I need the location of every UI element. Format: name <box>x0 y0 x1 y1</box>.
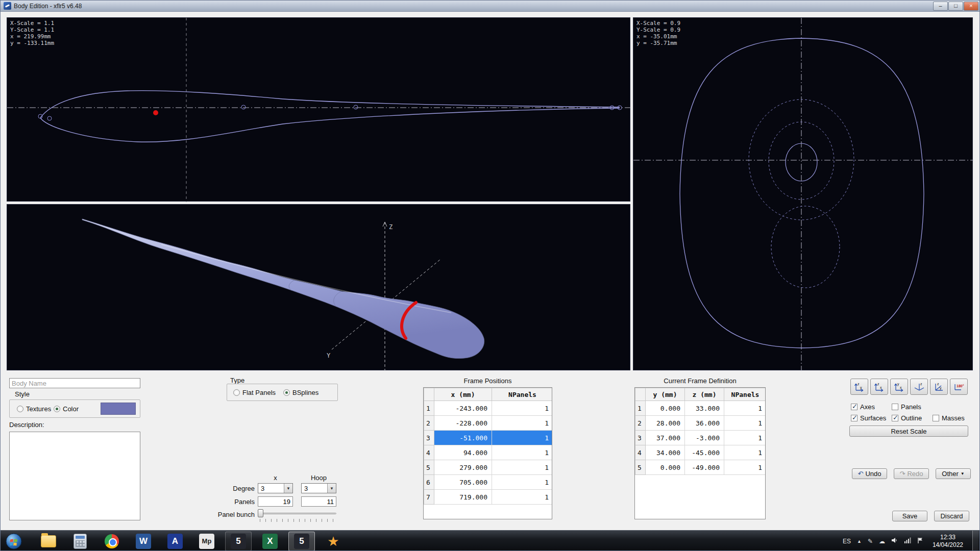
taskbar-icon-chrome[interactable] <box>99 532 125 551</box>
frame-col-x[interactable]: x (mm) <box>434 388 492 401</box>
volume-icon[interactable] <box>891 537 898 545</box>
taskbar-icons: W A Mp 5 X 5 ★ <box>35 532 347 551</box>
flat-panels-radio-dot <box>233 389 240 396</box>
frame-col-npanels[interactable]: NPanels <box>492 388 553 401</box>
reset-scale-label: Reset Scale <box>891 428 926 435</box>
cf-row-3[interactable]: 337.000-3.0001 <box>635 431 766 445</box>
axes-checkbox[interactable]: Axes <box>851 403 875 411</box>
view-zx-button[interactable]: zx <box>870 379 888 395</box>
masses-checkbox[interactable]: Masses <box>933 414 965 422</box>
slider-handle[interactable] <box>258 509 263 517</box>
cf-row-4[interactable]: 434.000-45.0001 <box>635 445 766 460</box>
taskbar-icon-app-a[interactable]: A <box>162 532 188 551</box>
cloud-icon[interactable]: ☁ <box>879 538 885 545</box>
textures-radio[interactable]: Textures <box>17 405 51 413</box>
color-radio[interactable]: Color <box>54 405 79 413</box>
surfaces-checkbox[interactable]: Surfaces <box>851 414 886 422</box>
color-radio-dot <box>54 406 60 412</box>
textures-radio-dot <box>17 406 23 412</box>
outline-checkbox[interactable]: Outline <box>892 414 922 422</box>
style-label: Style <box>15 390 30 398</box>
selected-frame-marker[interactable] <box>153 110 158 115</box>
minimize-button[interactable]: – <box>933 2 948 11</box>
masses-checkbox-label: Masses <box>942 414 965 422</box>
taskbar-icon-explorer[interactable] <box>35 532 62 551</box>
start-button[interactable] <box>4 531 24 551</box>
side-y-scale: Y-Scale = 1.1 <box>10 27 54 33</box>
surfaces-checkbox-box <box>851 415 857 421</box>
frame-row-2[interactable]: 2-228.0001 <box>424 416 553 431</box>
bsplines-radio[interactable]: BSplines <box>283 389 318 396</box>
cf-row-2[interactable]: 228.00036.0001 <box>635 416 766 431</box>
save-button[interactable]: Save <box>892 511 927 521</box>
side-view-panel[interactable]: X-Scale = 1.1 Y-Scale = 1.1 x = 219.99mm… <box>7 17 630 202</box>
cf-row-1[interactable]: 10.00033.0001 <box>635 401 766 416</box>
action-center-flag-icon[interactable] <box>917 537 923 545</box>
discard-label: Discard <box>940 512 963 520</box>
taskbar-clock[interactable]: 12:33 14/04/2022 <box>929 534 966 549</box>
taskbar-icon-mp[interactable]: Mp <box>193 532 220 551</box>
undo-button[interactable]: ↶ Undo <box>852 468 887 479</box>
app-icon <box>4 2 11 10</box>
view-flip-180-button[interactable]: 180° <box>950 379 968 395</box>
view-zy-button[interactable]: zy <box>850 379 868 395</box>
style-group: Textures Color <box>9 399 140 418</box>
titlebar: Body Edition - xflr5 v6.48 – □ × <box>1 1 980 12</box>
type-group: Flat Panels BSplines <box>227 384 338 401</box>
cf-row-5[interactable]: 50.000-49.0001 <box>635 460 766 475</box>
undo-icon: ↶ <box>858 470 864 478</box>
taskbar-icon-excel[interactable]: X <box>257 532 283 551</box>
degree-hoop-select[interactable]: 3 ▼ <box>301 483 336 493</box>
frame-row-1[interactable]: 1-243.0001 <box>424 401 553 416</box>
taskbar-icon-calculator[interactable] <box>67 532 93 551</box>
close-button[interactable]: × <box>964 2 978 11</box>
degree-x-select[interactable]: 3 ▼ <box>258 483 293 493</box>
pen-icon[interactable]: ✎ <box>868 538 873 545</box>
frame-row-7[interactable]: 7719.0001 <box>424 490 553 505</box>
panels-checkbox[interactable]: Panels <box>892 403 921 411</box>
taskbar-icon-word[interactable]: W <box>130 532 157 551</box>
frame-view-panel[interactable]: X-Scale = 0.9 Y-Scale = 0.9 x = -35.01mm… <box>633 17 973 370</box>
view-iso-button[interactable]: z <box>910 379 928 395</box>
language-indicator[interactable]: ES <box>843 538 851 545</box>
three-d-view-panel[interactable]: Z Y <box>7 204 630 370</box>
frame-positions-table[interactable]: x (mm) NPanels 1-243.0001 2-228.0001 3-5… <box>423 387 552 519</box>
frame-row-5[interactable]: 5279.0001 <box>424 460 553 475</box>
svg-text:y: y <box>897 382 899 386</box>
slider-track[interactable] <box>259 513 336 514</box>
reset-scale-button[interactable]: Reset Scale <box>849 425 968 437</box>
panel-bunch-slider[interactable] <box>257 509 338 523</box>
frame-row-3-selected[interactable]: 3-51.0001 <box>424 431 553 445</box>
panels-x-input[interactable] <box>258 496 293 507</box>
surfaces-checkbox-label: Surfaces <box>860 414 886 422</box>
body-color-swatch[interactable] <box>101 403 136 415</box>
frame-row-4[interactable]: 494.0001 <box>424 445 553 460</box>
description-textarea[interactable] <box>9 432 140 520</box>
maximize-button[interactable]: □ <box>948 2 963 11</box>
other-menu-button[interactable]: Other ▼ <box>936 468 971 479</box>
network-icon[interactable] <box>904 537 911 545</box>
discard-button[interactable]: Discard <box>934 511 969 521</box>
flat-panels-radio[interactable]: Flat Panels <box>233 389 276 396</box>
cf-col-y[interactable]: y (mm) <box>646 388 685 401</box>
cf-col-z[interactable]: z (mm) <box>685 388 724 401</box>
masses-checkbox-box <box>933 415 939 421</box>
hoop-column-label: Hoop <box>301 474 336 482</box>
taskbar-icon-star-app[interactable]: ★ <box>320 532 347 551</box>
cf-col-npanels[interactable]: NPanels <box>724 388 766 401</box>
frame-view-overlay: X-Scale = 0.9 Y-Scale = 0.9 x = -35.01mm… <box>636 20 680 46</box>
panels-hoop-input[interactable] <box>301 496 336 507</box>
body-name-input[interactable] <box>9 378 140 388</box>
show-desktop-button[interactable] <box>972 531 978 551</box>
view-axo-button[interactable]: zy <box>930 379 948 395</box>
side-view-overlay: X-Scale = 1.1 Y-Scale = 1.1 x = 219.99mm… <box>10 20 54 46</box>
side-x-scale: X-Scale = 1.1 <box>10 20 54 27</box>
axes-checkbox-label: Axes <box>860 403 875 411</box>
view-yx-button[interactable]: yx <box>890 379 908 395</box>
redo-button[interactable]: ↷ Redo <box>894 468 929 479</box>
hidden-icons-chevron[interactable]: ▲ <box>857 539 862 544</box>
taskbar-icon-xflr5[interactable]: 5 <box>225 532 252 551</box>
frame-row-6[interactable]: 6705.0001 <box>424 475 553 490</box>
taskbar-icon-xflr5-active[interactable]: 5 <box>288 532 315 551</box>
current-frame-table[interactable]: y (mm) z (mm) NPanels 10.00033.0001 228.… <box>634 387 766 519</box>
